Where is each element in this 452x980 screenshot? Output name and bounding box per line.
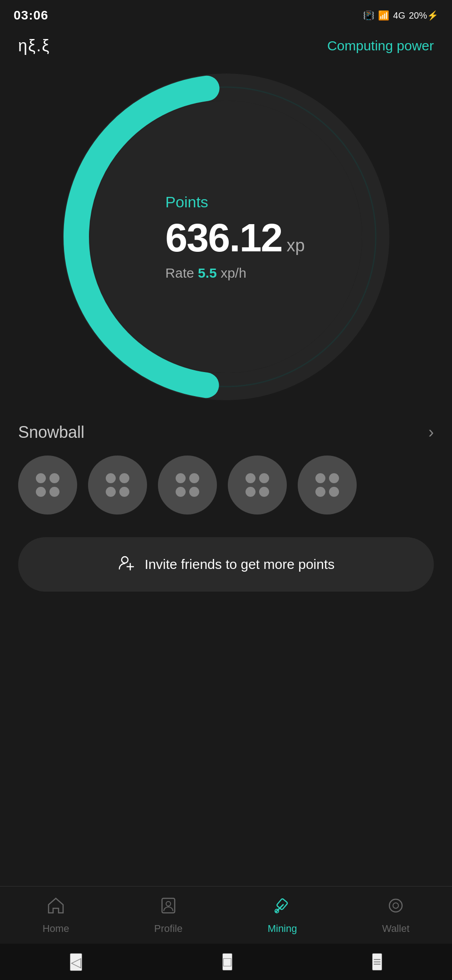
rate-value: 5.5: [198, 265, 217, 280]
svg-rect-10: [276, 898, 288, 910]
vibrate-icon: 📳: [363, 10, 374, 21]
avatar-5[interactable]: [298, 456, 357, 514]
nav-mining[interactable]: Mining: [268, 896, 297, 935]
computing-power-button[interactable]: Computing power: [327, 38, 434, 54]
invite-icon: [118, 554, 136, 575]
avatar-1[interactable]: [18, 456, 77, 514]
dot-3-2: [189, 473, 199, 483]
invite-section: Invite friends to get more points: [0, 524, 452, 605]
back-button[interactable]: ◁: [70, 953, 82, 971]
dot-4-3: [246, 487, 255, 497]
dot-2-1: [106, 473, 116, 483]
nav-profile[interactable]: Profile: [154, 896, 182, 935]
points-value: 636.12 xp: [165, 215, 305, 261]
dot-2-3: [106, 487, 116, 497]
svg-point-4: [122, 557, 128, 563]
gauge-wrapper: Points 636.12 xp Rate 5.5 xp/h: [63, 74, 389, 400]
dot-1-2: [49, 473, 59, 483]
dot-1-3: [36, 487, 46, 497]
dot-3-1: [176, 473, 186, 483]
gauge-container: Points 636.12 xp Rate 5.5 xp/h: [0, 60, 452, 405]
dot-5-4: [329, 487, 339, 497]
nav-wallet-label: Wallet: [382, 923, 409, 935]
nav-home[interactable]: Home: [43, 896, 69, 935]
invite-button[interactable]: Invite friends to get more points: [18, 537, 434, 592]
bottom-nav: Home Profile Mining Wallet: [0, 886, 452, 944]
nav-home-label: Home: [43, 923, 69, 935]
battery-icon: 20%⚡: [409, 10, 438, 21]
points-unit: xp: [287, 236, 305, 255]
avatar-4[interactable]: [228, 456, 287, 514]
invite-label: Invite friends to get more points: [145, 557, 335, 572]
dot-2-2: [119, 473, 129, 483]
points-label: Points: [165, 193, 305, 211]
app-logo: ηξ.ξ: [18, 36, 50, 55]
app-header: ηξ.ξ Computing power: [0, 27, 452, 60]
home-icon: [46, 896, 66, 920]
menu-button[interactable]: ≡: [372, 953, 382, 970]
signal-icon: 📶: [378, 10, 389, 21]
network-icon: 4G: [393, 10, 405, 21]
avatar-3[interactable]: [158, 456, 217, 514]
status-icons: 📳 📶 4G 20%⚡: [363, 10, 438, 21]
svg-point-8: [166, 902, 171, 906]
svg-point-13: [393, 903, 398, 908]
dot-5-1: [315, 473, 325, 483]
dot-5-2: [329, 473, 339, 483]
system-nav: ◁ □ ≡: [0, 944, 452, 980]
status-time: 03:06: [14, 8, 49, 23]
dot-3-3: [176, 487, 186, 497]
rate-text: Rate 5.5 xp/h: [165, 265, 305, 281]
home-button[interactable]: □: [222, 953, 232, 970]
gauge-content: Points 636.12 xp Rate 5.5 xp/h: [147, 193, 305, 281]
rate-unit: xp/h: [221, 265, 246, 280]
dot-3-4: [189, 487, 199, 497]
dot-2-4: [119, 487, 129, 497]
nav-profile-label: Profile: [154, 923, 182, 935]
snowball-section: Snowball ›: [0, 414, 452, 524]
nav-wallet[interactable]: Wallet: [382, 896, 409, 935]
snowball-header: Snowball ›: [18, 423, 434, 442]
dot-4-1: [246, 473, 255, 483]
avatar-2[interactable]: [88, 456, 147, 514]
snowball-arrow-icon[interactable]: ›: [428, 423, 434, 442]
snowball-avatars: [18, 456, 434, 514]
wallet-icon: [386, 896, 406, 920]
mining-icon: [272, 896, 292, 920]
profile-icon: [158, 896, 178, 920]
dot-1-1: [36, 473, 46, 483]
points-number: 636.12: [165, 215, 282, 261]
dot-5-3: [315, 487, 325, 497]
svg-point-12: [389, 899, 402, 912]
rate-label: Rate: [165, 265, 194, 280]
dot-4-2: [259, 473, 269, 483]
dot-1-4: [49, 487, 59, 497]
nav-mining-label: Mining: [268, 923, 297, 935]
snowball-title: Snowball: [18, 423, 84, 442]
dot-4-4: [259, 487, 269, 497]
status-bar: 03:06 📳 📶 4G 20%⚡: [0, 0, 452, 27]
